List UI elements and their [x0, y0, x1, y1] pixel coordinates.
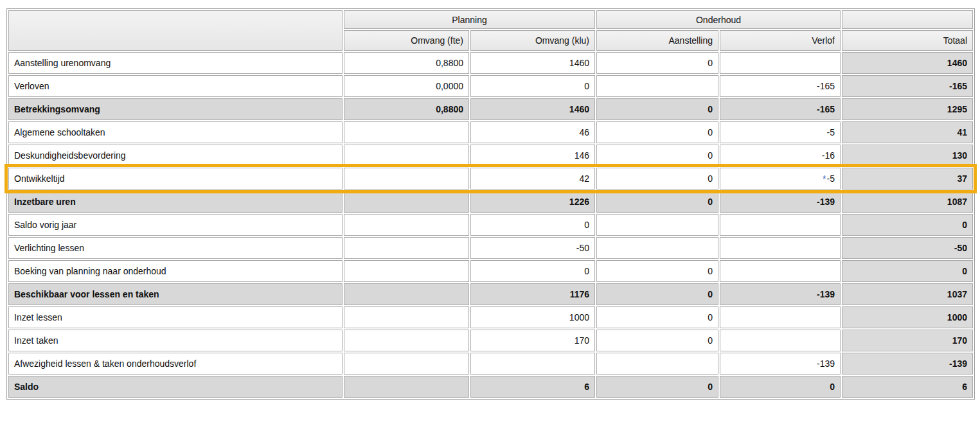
- cell-omvang-fte: [344, 353, 469, 375]
- cell-omvang-fte: [344, 191, 469, 213]
- table-row: Afwezigheid lessen & taken onderhoudsver…: [8, 353, 973, 375]
- column-header-totaal: Totaal: [842, 30, 973, 51]
- hours-overview-table: Planning Onderhoud Omvang (fte) Omvang (…: [6, 8, 975, 400]
- cell-omvang-fte: [344, 283, 469, 305]
- cell-totaal: 37: [842, 168, 973, 190]
- row-label: Algemene schooltaken: [8, 121, 343, 143]
- cell-omvang-klu: 0: [470, 75, 595, 97]
- cell-verlof: -165: [720, 75, 841, 97]
- column-header-omvang-klu: Omvang (klu): [470, 30, 595, 51]
- row-label: Verloven: [8, 75, 343, 97]
- group-header-totaal-spacer: [842, 10, 973, 29]
- table-header: Planning Onderhoud Omvang (fte) Omvang (…: [8, 10, 973, 51]
- table-row: Inzetbare uren12260-1391087: [8, 191, 973, 213]
- column-header-omvang-fte: Omvang (fte): [344, 30, 469, 51]
- cell-verlof: [720, 260, 841, 282]
- cell-totaal: 1460: [842, 52, 973, 74]
- row-label: Ontwikkeltijd: [8, 168, 343, 190]
- cell-aanstelling: 0: [596, 98, 718, 120]
- cell-omvang-klu: 6: [470, 376, 595, 398]
- cell-totaal: 1037: [842, 283, 973, 305]
- cell-verlof: [720, 237, 841, 259]
- row-label: Deskundigheidsbevordering: [8, 145, 343, 166]
- table-body: Aanstelling urenomvang0,8800146001460Ver…: [8, 52, 973, 398]
- cell-aanstelling: 0: [596, 260, 718, 282]
- cell-omvang-klu: [470, 353, 595, 375]
- table-row: Verlichting lessen-50-50: [8, 237, 973, 259]
- cell-omvang-klu: 146: [470, 145, 595, 166]
- cell-verlof: [720, 330, 841, 351]
- cell-omvang-fte: 0,8800: [344, 52, 469, 74]
- corner-header-cell: [8, 10, 343, 51]
- cell-aanstelling: [596, 214, 718, 236]
- cell-verlof: [720, 214, 841, 236]
- cell-aanstelling: 0: [596, 145, 718, 166]
- cell-totaal: 41: [842, 121, 973, 143]
- note-marker-link[interactable]: *: [823, 173, 826, 184]
- group-header-planning: Planning: [344, 10, 595, 29]
- table-row-highlighted: Ontwikkeltijd420*-537: [8, 168, 973, 190]
- cell-omvang-klu: 1460: [470, 52, 595, 74]
- cell-omvang-klu: 42: [470, 168, 595, 190]
- cell-totaal: 170: [842, 330, 973, 351]
- row-label: Afwezigheid lessen & taken onderhoudsver…: [8, 353, 343, 375]
- row-label: Beschikbaar voor lessen en taken: [8, 283, 343, 305]
- cell-omvang-klu: 0: [470, 260, 595, 282]
- cell-omvang-klu: 1226: [470, 191, 595, 213]
- table-row: Saldo vorig jaar00: [8, 214, 973, 236]
- cell-omvang-fte: [344, 306, 469, 328]
- column-header-verlof: Verlof: [720, 30, 841, 51]
- row-label: Boeking van planning naar onderhoud: [8, 260, 343, 282]
- table-row: Deskundigheidsbevordering1460-16130: [8, 145, 973, 166]
- hours-overview-page: Planning Onderhoud Omvang (fte) Omvang (…: [0, 0, 980, 424]
- cell-totaal: 1087: [842, 191, 973, 213]
- table-row: Betrekkingsomvang0,880014600-1651295: [8, 98, 973, 120]
- cell-aanstelling: 0: [596, 330, 718, 351]
- cell-aanstelling: 0: [596, 52, 718, 74]
- cell-totaal: 130: [842, 145, 973, 166]
- cell-aanstelling: 0: [596, 376, 718, 398]
- cell-verlof: *-5: [720, 168, 841, 190]
- table-row: Boeking van planning naar onderhoud000: [8, 260, 973, 282]
- column-header-aanstelling: Aanstelling: [596, 30, 718, 51]
- cell-omvang-fte: [344, 214, 469, 236]
- cell-verlof: -139: [720, 283, 841, 305]
- cell-verlof: -16: [720, 145, 841, 166]
- table-row: Verloven0,00000-165-165: [8, 75, 973, 97]
- cell-omvang-fte: [344, 168, 469, 190]
- table-row: Inzet lessen100001000: [8, 306, 973, 328]
- cell-aanstelling: 0: [596, 191, 718, 213]
- cell-omvang-fte: 0,0000: [344, 75, 469, 97]
- cell-verlof: [720, 52, 841, 74]
- row-label: Saldo vorig jaar: [8, 214, 343, 236]
- cell-verlof: -5: [720, 121, 841, 143]
- cell-aanstelling: 0: [596, 121, 718, 143]
- cell-totaal: 1000: [842, 306, 973, 328]
- cell-verlof: [720, 306, 841, 328]
- cell-totaal: -50: [842, 237, 973, 259]
- cell-aanstelling: 0: [596, 306, 718, 328]
- cell-aanstelling: 0: [596, 168, 718, 190]
- row-label: Inzet lessen: [8, 306, 343, 328]
- cell-omvang-fte: [344, 237, 469, 259]
- table-row: Inzet taken1700170: [8, 330, 973, 351]
- cell-omvang-klu: 0: [470, 214, 595, 236]
- cell-verlof: -165: [720, 98, 841, 120]
- cell-totaal: 1295: [842, 98, 973, 120]
- cell-totaal: 0: [842, 260, 973, 282]
- cell-aanstelling: 0: [596, 283, 718, 305]
- cell-verlof: -139: [720, 191, 841, 213]
- row-label: Verlichting lessen: [8, 237, 343, 259]
- cell-omvang-fte: [344, 145, 469, 166]
- row-label: Aanstelling urenomvang: [8, 52, 343, 74]
- cell-aanstelling: [596, 75, 718, 97]
- cell-omvang-klu: 170: [470, 330, 595, 351]
- cell-verlof: -139: [720, 353, 841, 375]
- table-row: Aanstelling urenomvang0,8800146001460: [8, 52, 973, 74]
- cell-verlof: 0: [720, 376, 841, 398]
- row-label: Saldo: [8, 376, 343, 398]
- cell-aanstelling: [596, 353, 718, 375]
- cell-omvang-klu: -50: [470, 237, 595, 259]
- cell-omvang-fte: [344, 121, 469, 143]
- cell-totaal: 6: [842, 376, 973, 398]
